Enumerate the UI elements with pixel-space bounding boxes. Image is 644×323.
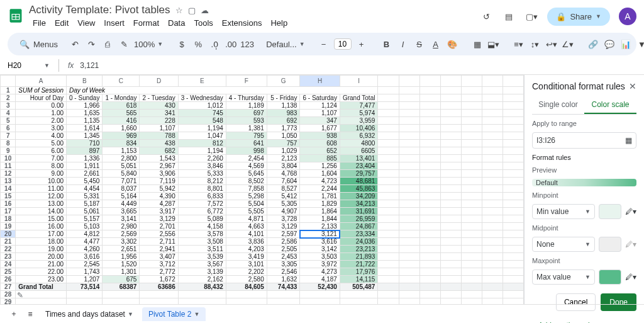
comment-button[interactable]: 💬 [603,37,616,52]
cell[interactable]: 675 [103,276,140,283]
formula-bar[interactable]: 3,121 [80,61,99,70]
cell[interactable]: 5,187 [67,200,103,208]
row-header[interactable]: 6 [1,125,16,132]
cell[interactable]: 6,772 [178,208,226,215]
cell[interactable]: 10.00 [16,178,67,185]
cell[interactable]: 3,728 [267,215,300,223]
borders-button[interactable]: ▦ [471,37,484,52]
cell[interactable]: 5,103 [67,223,103,230]
print-button[interactable]: ⎙ [101,37,114,52]
cell[interactable]: 4,871 [226,215,267,223]
col-header[interactable] [399,76,419,87]
col-header[interactable]: B [67,76,103,87]
row-header[interactable]: 20 [1,230,16,238]
menu-edit[interactable]: Edit [51,17,72,29]
cell[interactable]: 1,604 [300,170,340,178]
cell[interactable]: 3.00 [16,125,67,132]
cell[interactable]: 548 [178,117,226,125]
cell[interactable]: 2,556 [140,230,178,238]
row-header[interactable]: 3 [1,102,16,110]
cell[interactable]: 1,107 [140,125,178,132]
cell[interactable]: 5,333 [178,170,226,178]
cell[interactable]: 3,305 [267,261,300,268]
edit-pencil-icon[interactable]: ✎ [17,291,23,298]
cell[interactable]: 9.00 [16,170,67,178]
cell[interactable]: 2,597 [267,230,300,238]
cell[interactable]: 3,616 [67,253,103,261]
maxpoint-select[interactable]: Max value▼ [532,269,595,285]
cell[interactable]: 3,503 [300,253,340,261]
cell[interactable]: 1.00 [16,110,67,117]
cell[interactable]: 3,906 [140,170,178,178]
cell[interactable]: 5,089 [178,215,226,223]
cell[interactable]: 4,273 [300,268,340,276]
cell[interactable]: 34,209 [340,193,378,200]
cell[interactable]: 1,124 [300,102,340,110]
cell[interactable]: 5,974 [340,110,378,117]
cell[interactable]: 3,804 [267,162,300,170]
col-header[interactable] [378,76,399,87]
cell[interactable]: 4,187 [300,276,340,283]
apply-to-range-input[interactable]: I3:I26 ▦ [532,132,636,149]
cell[interactable]: 1,107 [300,110,340,117]
cell[interactable]: 347 [300,117,340,125]
cell[interactable]: 2,661 [67,170,103,178]
cell[interactable]: 1,050 [267,132,300,140]
cloud-status-icon[interactable]: ☁ [201,6,209,15]
row-header[interactable]: 12 [1,170,16,178]
cell[interactable]: 20.00 [16,253,67,261]
grand-total-cell[interactable]: 84,605 [226,283,267,291]
col-header[interactable]: G [267,76,300,87]
cell[interactable]: 5,305 [267,200,300,208]
cell[interactable]: 7,477 [340,102,378,110]
cell[interactable]: 3,141 [103,215,140,223]
cell[interactable]: 4,101 [226,230,267,238]
cell[interactable]: 10,406 [340,125,378,132]
col-header[interactable] [502,76,523,87]
cell[interactable]: 29,757 [340,170,378,178]
cell[interactable]: 641 [226,140,267,147]
row-header[interactable]: 9 [1,147,16,155]
cell[interactable]: 14.00 [16,208,67,215]
cell[interactable]: 6605 [340,147,378,155]
row-header[interactable]: 25 [1,268,16,276]
cell[interactable]: 3,567 [178,261,226,268]
menu-search[interactable]: 🔍Menus [15,38,65,51]
cell[interactable]: 7,858 [226,185,267,193]
cell[interactable]: 21,722 [340,261,378,268]
cell[interactable]: 938 [300,132,340,140]
cell[interactable]: 1,520 [103,261,140,268]
cell[interactable]: 788 [140,132,178,140]
cell[interactable]: 1,135 [67,117,103,125]
italic-button[interactable]: I [397,37,409,52]
paint-format-button[interactable]: ✎ [118,37,130,52]
cell[interactable]: 6,932 [340,132,378,140]
cell[interactable]: 23,213 [340,246,378,253]
cell[interactable]: 4,390 [140,193,178,200]
row-header[interactable]: 22 [1,246,16,253]
row-header[interactable]: 29 [1,298,16,305]
history-icon[interactable]: ↺ [479,9,493,23]
decrease-decimal-button[interactable]: .0̩ [208,37,221,52]
cell[interactable]: 24,867 [340,223,378,230]
menu-format[interactable]: Format [130,17,163,29]
cell[interactable]: 4,454 [67,185,103,193]
cell[interactable]: 48,681 [340,178,378,185]
cell[interactable]: 1,864 [300,208,340,215]
col-header[interactable]: F [226,76,267,87]
grand-total-cell[interactable]: Grand Total [16,283,67,291]
cell[interactable]: 983 [267,110,300,117]
cell[interactable]: 6,833 [178,193,226,200]
cell[interactable]: 5.00 [16,140,67,147]
gradient-preview-select[interactable]: Default [532,179,636,186]
row-header[interactable]: 11 [1,162,16,170]
row-header[interactable]: 14 [1,185,16,193]
name-box[interactable] [8,61,38,70]
cell[interactable]: 4.00 [16,132,67,140]
increase-decimal-button[interactable]: .00 [225,37,237,52]
cell[interactable]: 1,677 [300,125,340,132]
fill-color-button[interactable]: 🎨 [446,37,458,52]
cell[interactable]: 19.00 [16,246,67,253]
filter-button[interactable]: ▼ [636,37,644,52]
cell[interactable]: 1,614 [67,125,103,132]
